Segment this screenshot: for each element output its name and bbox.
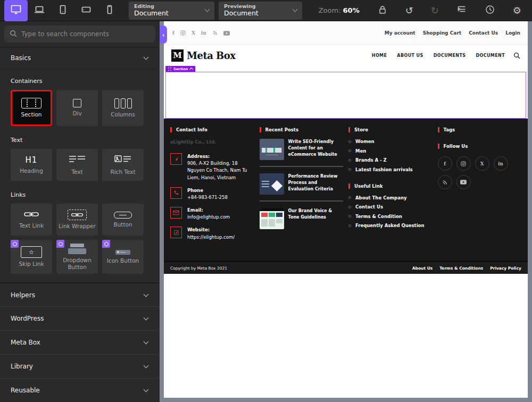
site-search-icon[interactable] — [513, 52, 520, 59]
component-tile-button[interactable]: Button — [102, 204, 144, 236]
topbar-link-my-account[interactable]: My account — [385, 30, 415, 36]
chevron-down-icon — [205, 7, 210, 12]
nav-documents[interactable]: DOCUMENTS — [434, 53, 466, 58]
recent-post-item[interactable]: Write SEO-Friendly Content for an eComme… — [260, 139, 344, 160]
redo-icon: ↻ — [431, 6, 439, 15]
device-laptop-button[interactable] — [28, 0, 51, 21]
toolbar-right-group: Zoom:60% ↺ ↻ ⚙ — [319, 4, 532, 16]
store-link[interactable]: Women — [348, 139, 433, 144]
chevron-up-icon — [189, 68, 193, 71]
accordion-helpers[interactable]: Helpers — [0, 282, 160, 306]
clock-icon — [485, 4, 495, 16]
accordion-meta-box[interactable]: Meta Box — [0, 330, 160, 354]
store-link[interactable]: Men — [348, 148, 433, 154]
accordion-wordpress[interactable]: WordPress — [0, 306, 160, 330]
topbar-link-login[interactable]: Login — [505, 30, 520, 36]
lock-button[interactable] — [377, 4, 388, 16]
facebook-icon[interactable]: f — [172, 30, 174, 36]
group-label-containers: Containers — [11, 78, 149, 85]
device-tablet-landscape-button[interactable] — [74, 0, 98, 21]
accordion-library[interactable]: Library — [0, 354, 160, 378]
accordion-basics[interactable]: Basics — [0, 47, 160, 69]
store-title: Store — [348, 127, 433, 132]
copyright-link-about-us[interactable]: About Us — [412, 266, 433, 271]
store-link[interactable]: Brands A - Z — [348, 157, 433, 163]
recent-post-item[interactable]: Performance Review Process and Evaluatio… — [260, 173, 344, 195]
youtube-icon[interactable] — [223, 31, 230, 36]
accordion-reusable[interactable]: Reusable — [0, 378, 160, 402]
useful-link[interactable]: Terms & Condition — [348, 214, 433, 219]
empty-section[interactable] — [165, 72, 526, 119]
nav-home[interactable]: HOME — [372, 53, 387, 58]
phone-icon — [170, 187, 182, 199]
instagram-icon[interactable] — [456, 156, 471, 171]
section-selection-tag[interactable]: Section — [165, 66, 195, 72]
recent-post-item[interactable]: Our Brand Voice & Tone Guidelines — [260, 208, 344, 229]
youtube-icon[interactable] — [456, 175, 471, 189]
useful-link[interactable]: Frequently Asked Question — [348, 223, 433, 228]
component-tile-columns[interactable]: Columns — [102, 90, 144, 126]
component-tile-link-wrapper[interactable]: Link Wrapper — [56, 204, 98, 236]
topbar-link-shopping-cart[interactable]: Shopping Cart — [423, 30, 461, 36]
rich-text-icon — [114, 155, 132, 165]
desktop-icon — [10, 3, 22, 18]
zoom-value: 60% — [343, 6, 360, 14]
component-tile-section[interactable]: Section — [11, 90, 52, 126]
component-tile-div[interactable]: Div — [56, 90, 98, 126]
useful-link[interactable]: Contact Us — [348, 204, 433, 210]
component-tile-rich-text[interactable]: Rich Text — [102, 149, 144, 181]
div-icon — [73, 99, 81, 107]
contact-email-row: Email:info@elightup.com — [170, 207, 254, 221]
linkedin-icon[interactable]: in — [201, 30, 206, 36]
topbar-link-contact-us[interactable]: Contact Us — [469, 30, 498, 36]
component-tile-heading[interactable]: H1 Heading — [11, 149, 52, 181]
component-tile-text-link[interactable]: Text Link — [11, 204, 52, 236]
text-lines-icon — [68, 155, 86, 165]
component-tile-dropdown-button[interactable]: Dropdown Button — [56, 240, 98, 274]
redo-button[interactable]: ↻ — [431, 6, 439, 15]
x-icon[interactable]: X — [192, 30, 195, 36]
nav-about-us[interactable]: ABOUT US — [397, 53, 423, 58]
device-tablet-button[interactable] — [51, 0, 74, 21]
facebook-icon[interactable]: f — [438, 156, 452, 171]
structure-icon — [456, 4, 467, 16]
phone-icon — [103, 3, 116, 18]
previewing-dropdown[interactable]: Previewing Document — [219, 2, 302, 20]
component-tile-skip-link[interactable]: ☆ Skip Link — [11, 240, 52, 274]
copyright-link-privacy[interactable]: Privacy Policy — [490, 266, 521, 271]
footer-store-column: Store Women Men Brands A - Z Latest fash… — [348, 127, 433, 261]
footer-recent-posts-column: Recent Posts Write SEO-Friendly Content … — [260, 127, 344, 261]
component-search[interactable] — [4, 26, 155, 43]
useful-link[interactable]: About The Company — [348, 195, 433, 200]
undo-button[interactable]: ↺ — [405, 6, 413, 15]
search-icon — [10, 29, 17, 39]
settings-button[interactable]: ⚙ — [513, 6, 521, 15]
site-header: M Meta Box HOME ABOUT US DOCUMENTS DOCUM… — [164, 45, 528, 65]
bullet-icon — [348, 149, 351, 152]
rss-icon[interactable] — [438, 175, 452, 189]
edit-icon — [170, 227, 182, 238]
useful-link-title: Useful Link — [348, 183, 433, 189]
history-button[interactable] — [485, 4, 495, 16]
containers-tiles: Section Div Columns — [11, 90, 160, 126]
nav-document[interactable]: DOCUMENT — [476, 53, 505, 58]
site-logo[interactable]: M — [171, 49, 184, 62]
instagram-icon[interactable] — [180, 30, 186, 36]
device-phone-button[interactable] — [98, 0, 121, 21]
copyright-link-terms[interactable]: Terms & Conditions — [439, 266, 483, 271]
linkedin-icon[interactable]: in — [494, 156, 508, 171]
metabox-badge-icon — [56, 240, 64, 248]
sidebar-collapse-handle[interactable]: ‹ — [160, 26, 167, 44]
search-input[interactable] — [21, 30, 150, 38]
component-tile-icon-button[interactable]: Icon Button — [102, 240, 144, 274]
editing-dropdown[interactable]: Editing Document — [129, 2, 214, 20]
store-link[interactable]: Latest fashion arrivals — [348, 167, 433, 172]
device-desktop-button[interactable] — [4, 0, 28, 21]
structure-panel-button[interactable] — [456, 4, 467, 16]
skip-link-icon: ☆ — [21, 246, 42, 258]
rss-icon[interactable] — [212, 30, 218, 36]
collapse-icon: ‹ — [162, 31, 164, 39]
component-tile-text[interactable]: Text — [56, 149, 98, 181]
x-icon[interactable]: X — [475, 156, 489, 171]
link-wrapper-icon — [68, 210, 87, 220]
